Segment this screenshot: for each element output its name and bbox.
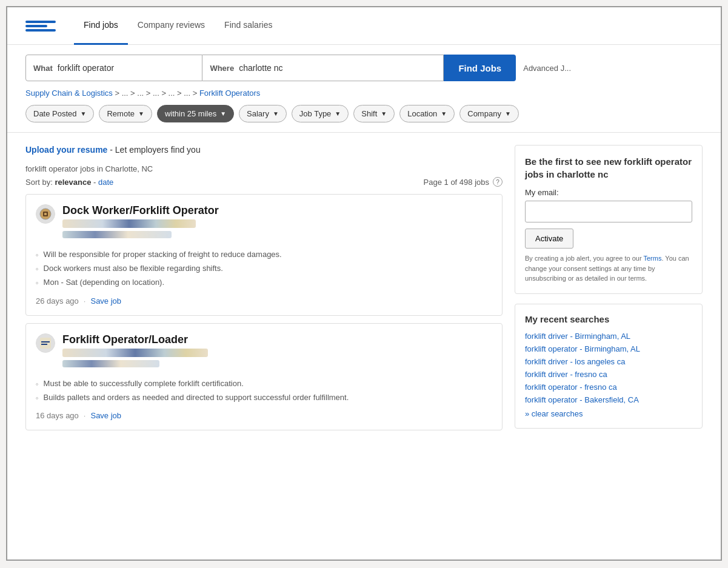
company-name-blurred <box>62 219 196 228</box>
nav-company-reviews[interactable]: Company reviews <box>128 7 215 45</box>
logo-line-3 <box>25 29 56 32</box>
job-footer: 16 days ago · Save job <box>36 411 492 420</box>
advanced-link[interactable]: Advanced J... <box>516 55 571 81</box>
svg-rect-2 <box>44 213 47 215</box>
bullet-icon: ◦ <box>36 250 39 261</box>
sort-date-link[interactable]: date <box>98 178 113 187</box>
clear-searches-link[interactable]: » clear searches <box>525 409 692 418</box>
company-info-row <box>62 219 219 238</box>
save-job-link[interactable]: Save job <box>90 411 121 420</box>
what-label: What <box>33 64 53 73</box>
what-search-box: What <box>25 55 202 81</box>
email-label: My email: <box>525 188 692 197</box>
email-input[interactable] <box>525 201 692 222</box>
recent-search-item[interactable]: forklift driver - fresno ca <box>525 370 692 379</box>
filter-location[interactable]: Location ▼ <box>399 105 455 122</box>
filter-shift[interactable]: Shift ▼ <box>353 105 395 122</box>
job-title[interactable]: Dock Worker/Forklift Operator <box>62 204 219 217</box>
filter-job-type[interactable]: Job Type ▼ <box>292 105 349 122</box>
upload-banner-text: - Let employers find you <box>107 145 200 155</box>
where-input[interactable] <box>239 63 436 73</box>
recent-search-item[interactable]: forklift driver - los angeles ca <box>525 357 692 366</box>
job-footer: 26 days ago · Save job <box>36 296 492 306</box>
job-card-header: Forklift Operator/Loader <box>36 333 492 372</box>
jobs-list-column: Upload your resume - Let employers find … <box>25 145 503 438</box>
page-info: Page 1 of 498 jobs ? <box>424 177 503 187</box>
svg-rect-3 <box>40 338 51 349</box>
company-info-row <box>62 349 208 367</box>
where-search-box: Where <box>202 55 444 81</box>
sidebar: Be the first to see new forklift operato… <box>515 145 703 438</box>
nav-find-salaries[interactable]: Find salaries <box>215 7 282 45</box>
main-nav: Find jobs Company reviews Find salaries <box>74 7 282 45</box>
recent-search-item[interactable]: forklift operator - fresno ca <box>525 383 692 392</box>
activate-button[interactable]: Activate <box>525 229 573 249</box>
recent-search-item[interactable]: forklift operator - Birmingham, AL <box>525 344 692 353</box>
sort-options: Sort by: relevance - date <box>25 178 113 187</box>
company-logo-icon-2 <box>39 337 52 349</box>
job-bullet: ◦ Dock workers must also be flexible reg… <box>36 263 492 275</box>
filter-company[interactable]: Company ▼ <box>459 105 519 122</box>
chevron-down-icon: ▼ <box>138 110 144 117</box>
jobs-location: forklift operator jobs in Charlotte, NC <box>25 164 503 173</box>
breadcrumb-supply-chain[interactable]: Supply Chain & Logistics <box>25 89 113 98</box>
separator-dot: · <box>84 296 86 306</box>
filter-salary[interactable]: Salary ▼ <box>239 105 287 122</box>
breadcrumb-forklift-operators[interactable]: Forklift Operators <box>199 89 260 98</box>
svg-rect-5 <box>41 344 47 345</box>
job-bullet: ◦ Builds pallets and orders as needed an… <box>36 392 492 404</box>
what-input[interactable] <box>58 63 195 73</box>
filter-remote[interactable]: Remote ▼ <box>99 105 152 122</box>
chevron-down-icon: ▼ <box>81 110 87 117</box>
job-card: Dock Worker/Forklift Operator ◦ Will be … <box>25 194 503 316</box>
breadcrumb: Supply Chain & Logistics > ... > ... > .… <box>25 89 703 98</box>
chevron-down-icon: ▼ <box>220 110 226 117</box>
job-bullets: ◦ Will be responsible for proper stackin… <box>36 249 492 289</box>
nav-find-jobs[interactable]: Find jobs <box>74 7 128 45</box>
logo[interactable] <box>25 21 56 32</box>
main-content: Upload your resume - Let employers find … <box>7 133 721 450</box>
job-posted-time: 26 days ago <box>36 296 79 306</box>
alert-disclaimer: By creating a job alert, you agree to ou… <box>525 253 692 284</box>
company-logo-icon <box>39 208 52 220</box>
company-logo <box>36 204 55 224</box>
job-alert-title: Be the first to see new forklift operato… <box>525 155 692 181</box>
recent-search-item[interactable]: forklift driver - Birmingham, AL <box>525 332 692 341</box>
job-bullet: ◦ Must be able to successfully complete … <box>36 378 492 390</box>
chevron-down-icon: ▼ <box>441 110 447 117</box>
separator-dot: · <box>84 411 86 420</box>
filter-date-posted[interactable]: Date Posted ▼ <box>25 105 94 122</box>
chevron-down-icon: ▼ <box>505 110 511 117</box>
company-details-blurred <box>62 231 172 238</box>
job-title[interactable]: Forklift Operator/Loader <box>62 333 208 346</box>
job-bullet: ◦ Will be responsible for proper stackin… <box>36 249 492 261</box>
where-label: Where <box>210 64 234 73</box>
terms-link[interactable]: Terms <box>643 255 661 262</box>
chevron-down-icon: ▼ <box>335 110 341 117</box>
chevron-down-icon: ▼ <box>381 110 387 117</box>
filter-within-25-miles[interactable]: within 25 miles ▼ <box>157 105 234 122</box>
job-card: Forklift Operator/Loader ◦ Must be able … <box>25 323 503 430</box>
upload-resume-link[interactable]: Upload your resume <box>25 145 107 155</box>
job-posted-time: 16 days ago <box>36 411 79 420</box>
upload-banner: Upload your resume - Let employers find … <box>25 145 503 155</box>
bullet-icon: ◦ <box>36 278 39 289</box>
recent-search-item[interactable]: forklift operator - Bakersfield, CA <box>525 395 692 404</box>
job-card-title-section: Dock Worker/Forklift Operator <box>62 204 219 243</box>
job-bullets: ◦ Must be able to successfully complete … <box>36 378 492 404</box>
find-jobs-button[interactable]: Find Jobs <box>444 55 516 81</box>
job-card-header: Dock Worker/Forklift Operator <box>36 204 492 243</box>
info-icon[interactable]: ? <box>493 177 503 187</box>
sort-relevance-link[interactable]: relevance <box>55 178 91 187</box>
company-logo <box>36 333 55 353</box>
sort-by-label: Sort by: <box>25 178 55 187</box>
filter-bar: Date Posted ▼ Remote ▼ within 25 miles ▼… <box>25 105 703 125</box>
sort-separator: - <box>93 178 98 187</box>
company-details-blurred <box>62 360 159 367</box>
breadcrumb-separator: > ... > ... > ... > ... > ... > <box>115 89 199 98</box>
bullet-icon: ◦ <box>36 393 39 404</box>
recent-searches-card: My recent searches forklift driver - Bir… <box>515 304 703 429</box>
chevron-down-icon: ▼ <box>273 110 279 117</box>
sort-row: Sort by: relevance - date Page 1 of 498 … <box>25 177 503 187</box>
save-job-link[interactable]: Save job <box>90 296 121 306</box>
